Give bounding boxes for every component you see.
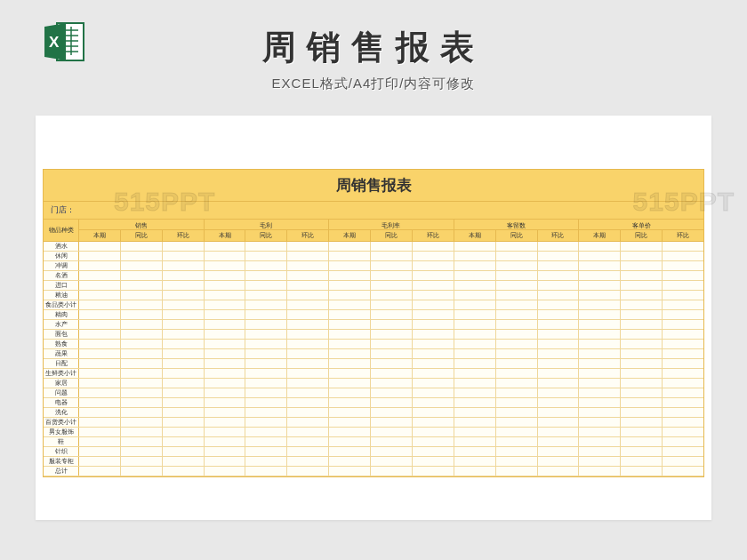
cell (663, 379, 703, 388)
cell (371, 349, 413, 358)
row-label: 服装专柜 (44, 457, 79, 466)
row-label: 食品类小计 (44, 300, 79, 309)
row-label: 进口 (44, 281, 79, 290)
cell (621, 340, 663, 348)
cell (245, 428, 287, 436)
cell (205, 369, 246, 378)
cell (205, 340, 246, 348)
cell (454, 369, 496, 378)
cell (163, 330, 204, 339)
table-row: 洗化 (44, 408, 703, 418)
cell-group (79, 320, 205, 329)
page-title: 周销售报表 (262, 25, 485, 70)
cell (371, 418, 413, 427)
cell (163, 398, 204, 407)
row-label: 洗化 (44, 408, 79, 417)
cell (496, 242, 538, 251)
cell (371, 271, 413, 280)
cell (79, 340, 121, 348)
cell (538, 428, 579, 436)
cell (245, 349, 287, 358)
table-row: 生鲜类小计 (44, 369, 703, 379)
subcol: 本期 (329, 230, 371, 241)
cell (205, 418, 246, 427)
cell (79, 242, 121, 251)
cell (329, 349, 371, 358)
cell (121, 252, 163, 260)
cell (496, 349, 538, 358)
metric-title: 毛利 (205, 220, 329, 230)
table-row: 百货类小计 (44, 418, 703, 428)
row-label: 总计 (44, 467, 79, 476)
cell (245, 359, 287, 368)
row-label: 蔬果 (44, 349, 79, 358)
cell-group (79, 437, 205, 446)
cell (538, 340, 579, 348)
cell (205, 398, 246, 407)
cell (205, 379, 246, 388)
cell (579, 300, 621, 309)
cell-group (79, 242, 205, 251)
cell (121, 320, 163, 329)
cell (538, 330, 579, 339)
cell (621, 281, 663, 290)
cell (538, 320, 579, 329)
cell (621, 261, 663, 270)
cell-group (579, 271, 703, 280)
cell-group (454, 349, 580, 358)
cell (538, 388, 579, 397)
cell-group (329, 252, 454, 260)
cell (496, 457, 538, 466)
cell (538, 398, 579, 407)
cell (496, 330, 538, 339)
subcol: 同比 (621, 230, 663, 241)
cell (287, 369, 328, 378)
cell (79, 271, 121, 280)
cell-group (329, 437, 454, 446)
cell-group (205, 447, 330, 456)
metric-group: 客单价 本期 同比 环比 (579, 220, 703, 241)
cell (287, 457, 328, 466)
table-row: 男女服饰 (44, 428, 703, 437)
cell (371, 447, 413, 456)
cell-group (329, 467, 454, 476)
cell (621, 388, 663, 397)
cell-group (579, 252, 703, 260)
page-subtitle: EXCEL格式/A4打印/内容可修改 (262, 76, 485, 92)
cell (538, 252, 579, 260)
cell (413, 349, 454, 358)
cell (287, 398, 328, 407)
cell-group (205, 340, 330, 348)
cell (245, 447, 287, 456)
cell (579, 467, 621, 476)
cell (287, 408, 328, 417)
cell-group (205, 261, 330, 270)
row-label: 面包 (44, 330, 79, 339)
cell (538, 379, 579, 388)
subcol: 同比 (371, 230, 413, 241)
cell (121, 467, 163, 476)
cell (621, 467, 663, 476)
cell (496, 447, 538, 456)
cell (121, 242, 163, 251)
cell-group (454, 300, 580, 309)
cell (621, 418, 663, 427)
cell-group (329, 300, 454, 309)
cell (413, 359, 454, 368)
cell (413, 467, 454, 476)
table-row: 日配 (44, 359, 703, 369)
cell (205, 320, 246, 329)
cell (371, 408, 413, 417)
cell (163, 349, 204, 358)
metric-title: 毛利率 (329, 220, 454, 230)
subcol: 环比 (663, 230, 703, 241)
table-row: 水产 (44, 320, 703, 330)
cell (663, 467, 703, 476)
cell (371, 437, 413, 446)
cell (621, 379, 663, 388)
cell (163, 340, 204, 348)
cell (287, 242, 328, 251)
cell (413, 271, 454, 280)
table-header: 物品种类 销售 本期 同比 环比 毛利 本期 同比 环比 毛利率 (44, 220, 703, 242)
cell (579, 310, 621, 319)
